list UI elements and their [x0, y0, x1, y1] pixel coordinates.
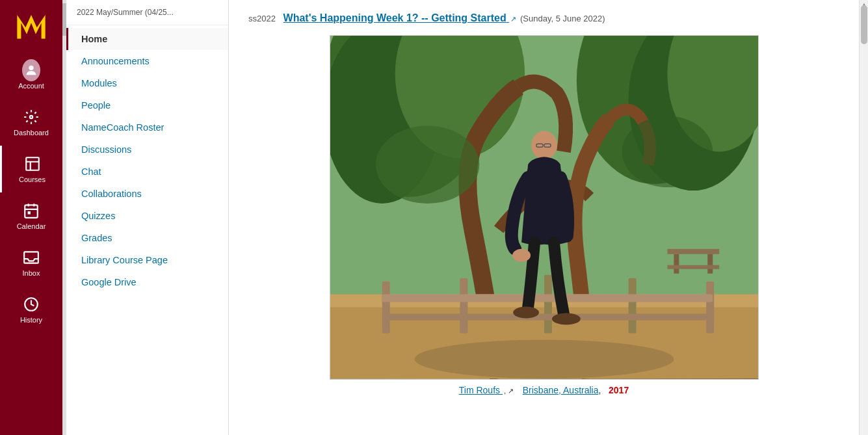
course-nav-link-chat[interactable]: Chat: [66, 161, 228, 183]
course-nav-item-people[interactable]: People: [66, 94, 228, 116]
nav-inbox-label: Inbox: [23, 269, 40, 277]
nav-account-label: Account: [18, 82, 44, 90]
external-link-icon: ↗: [510, 15, 516, 23]
global-nav: Account Dashboard Courses Calend: [0, 0, 62, 435]
nav-item-account[interactable]: Account: [0, 52, 62, 99]
inbox-icon: [22, 248, 40, 267]
nav-item-history[interactable]: History: [0, 286, 62, 333]
courses-icon: [23, 155, 42, 173]
right-scrollbar: ▲: [859, 0, 868, 435]
main-content: ss2022 What's Happening Week 1? -- Getti…: [229, 0, 859, 435]
course-nav-item-namecoach[interactable]: NameCoach Roster: [66, 116, 228, 138]
course-nav-item-library[interactable]: Library Course Page: [66, 249, 228, 271]
course-nav-item-announcements[interactable]: Announcements: [66, 50, 228, 72]
svg-rect-4: [25, 205, 38, 218]
announcement-title: What's Happening Week 1? -- Getting Star…: [283, 12, 506, 23]
svg-rect-34: [674, 254, 679, 274]
course-nav-item-modules[interactable]: Modules: [66, 72, 228, 94]
nav-courses-label: Courses: [19, 176, 46, 183]
hero-image: [330, 35, 759, 380]
svg-point-27: [513, 307, 539, 319]
svg-rect-19: [628, 278, 636, 334]
svg-point-31: [622, 116, 713, 187]
course-nav-item-chat[interactable]: Chat: [66, 161, 228, 183]
calendar-icon: [22, 202, 40, 220]
history-icon: [22, 295, 40, 313]
course-nav-link-quizzes[interactable]: Quizzes: [66, 205, 228, 227]
svg-point-29: [512, 249, 531, 262]
account-icon: [22, 61, 40, 79]
svg-rect-35: [707, 254, 713, 274]
svg-point-32: [414, 339, 674, 378]
course-nav-link-library[interactable]: Library Course Page: [66, 249, 228, 271]
course-nav-link-collaborations[interactable]: Collaborations: [66, 183, 228, 205]
course-nav-item-home[interactable]: Home: [66, 28, 228, 50]
course-nav-link-announcements[interactable]: Announcements: [66, 50, 228, 72]
course-nav-link-googledrive[interactable]: Google Drive: [66, 271, 228, 293]
svg-point-28: [551, 313, 580, 325]
svg-rect-16: [382, 282, 389, 334]
nav-item-courses[interactable]: Courses: [0, 146, 62, 192]
announcement-date: (Sunday, 5 June 2022): [520, 14, 605, 23]
announcement-prefix: ss2022: [248, 14, 276, 23]
svg-rect-17: [460, 278, 467, 334]
university-logo[interactable]: [0, 0, 62, 52]
image-year: 2017: [609, 385, 629, 395]
nav-item-calendar[interactable]: Calendar: [0, 192, 62, 239]
ext-icon: , ↗: [504, 387, 514, 395]
svg-rect-36: [667, 265, 719, 269]
course-nav-link-discussions[interactable]: Discussions: [66, 138, 228, 161]
course-nav-link-modules[interactable]: Modules: [66, 72, 228, 94]
image-location: Brisbane, Australia: [523, 385, 599, 395]
svg-rect-22: [382, 314, 712, 321]
nav-dashboard-label: Dashboard: [14, 129, 49, 137]
course-nav-link-people[interactable]: People: [66, 94, 228, 116]
nav-history-label: History: [20, 316, 42, 324]
svg-point-30: [375, 125, 479, 204]
course-nav-list: Home Announcements Modules People NameCo…: [66, 25, 228, 296]
svg-rect-20: [706, 282, 714, 334]
person-name: Tim Roufs: [459, 385, 500, 395]
svg-rect-18: [544, 275, 552, 334]
course-nav-item-grades[interactable]: Grades: [66, 227, 228, 249]
course-nav-link-namecoach[interactable]: NameCoach Roster: [66, 116, 228, 138]
course-nav-item-discussions[interactable]: Discussions: [66, 138, 228, 161]
dashboard-icon: [22, 108, 40, 126]
svg-rect-21: [382, 295, 712, 302]
svg-rect-3: [26, 157, 39, 170]
course-nav: 2022 May/Summer (04/25... Home Announcem…: [66, 0, 229, 435]
hero-caption: Tim Roufs , ↗ Brisbane, Australia, 2017: [459, 385, 629, 395]
announcement-link[interactable]: What's Happening Week 1? -- Getting Star…: [283, 12, 510, 23]
hero-image-wrapper: Tim Roufs , ↗ Brisbane, Australia, 2017: [248, 35, 839, 395]
svg-marker-0: [17, 15, 45, 38]
svg-rect-33: [667, 249, 719, 254]
course-nav-item-googledrive[interactable]: Google Drive: [66, 271, 228, 293]
course-nav-link-grades[interactable]: Grades: [66, 227, 228, 249]
person-name-link[interactable]: Tim Roufs: [459, 385, 503, 395]
svg-point-1: [29, 66, 33, 70]
nav-calendar-label: Calendar: [17, 222, 46, 230]
scrollbar-thumb[interactable]: [861, 5, 867, 44]
course-title: 2022 May/Summer (04/25...: [66, 0, 228, 25]
hero-scene-svg: [330, 35, 758, 379]
nav-item-inbox[interactable]: Inbox: [0, 239, 62, 286]
course-nav-link-home[interactable]: Home: [66, 28, 228, 50]
course-nav-item-quizzes[interactable]: Quizzes: [66, 205, 228, 227]
nav-item-dashboard[interactable]: Dashboard: [0, 99, 62, 146]
svg-point-2: [30, 116, 33, 118]
announcement-bar: ss2022 What's Happening Week 1? -- Getti…: [248, 10, 839, 26]
course-nav-item-collaborations[interactable]: Collaborations: [66, 183, 228, 205]
